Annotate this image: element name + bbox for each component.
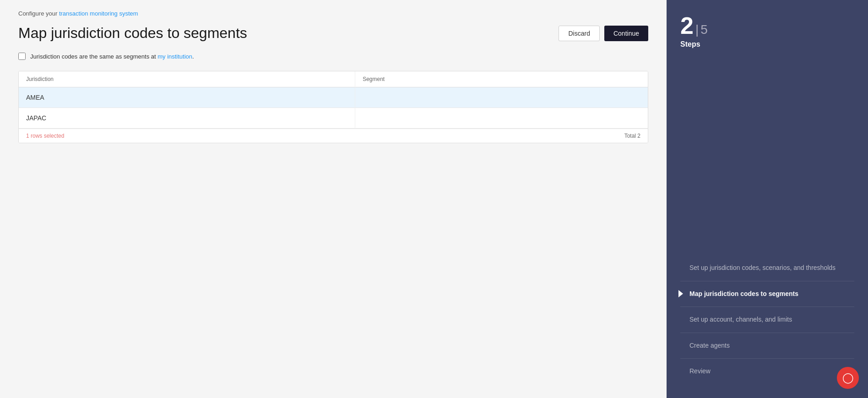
table-row[interactable]: JAPAC [19,108,648,129]
sidebar-step-5[interactable]: Review [680,359,854,384]
jurisdiction-cell: AMEA [19,87,355,108]
segment-cell[interactable] [355,87,648,108]
chat-button[interactable]: ◯ [837,367,859,389]
header-buttons: Discard Continue [559,26,648,41]
same-segments-row: Jurisdiction codes are the same as segme… [18,53,648,60]
table-row[interactable]: AMEA [19,87,648,108]
sidebar-step-label-3: Set up account, channels, and limits [689,316,792,323]
chat-icon: ◯ [842,372,854,384]
main-content: Configure your transaction monitoring sy… [0,0,667,398]
total-count: Total 2 [624,133,640,139]
steps-label: Steps [680,40,854,48]
same-segments-checkbox[interactable] [18,53,26,60]
segment-cell[interactable] [355,108,648,129]
sidebar: 2 | 5 Steps Set up jurisdiction codes, s… [667,0,868,398]
sidebar-steps: Set up jurisdiction codes, scenarios, an… [680,255,854,384]
table-footer: 1 rows selected Total 2 [19,129,648,143]
sidebar-step-3[interactable]: Set up account, channels, and limits [680,307,854,333]
my-institution-link[interactable]: my institution [157,53,192,60]
sidebar-step-label-2: Map jurisdiction codes to segments [689,290,798,297]
jurisdiction-table: Jurisdiction Segment AMEAJAPAC 1 rows se… [18,71,648,143]
discard-button[interactable]: Discard [559,26,599,41]
sidebar-step-1[interactable]: Set up jurisdiction codes, scenarios, an… [680,255,854,281]
breadcrumb-link[interactable]: transaction monitoring system [59,10,138,17]
step-divider: | [695,22,699,37]
same-segments-label: Jurisdiction codes are the same as segme… [30,53,194,60]
continue-button[interactable]: Continue [604,26,648,41]
sidebar-step-4[interactable]: Create agents [680,333,854,359]
sidebar-step-2[interactable]: Map jurisdiction codes to segments [680,281,854,307]
breadcrumb: Configure your transaction monitoring sy… [18,9,648,17]
step-total: 5 [700,22,708,37]
col-jurisdiction: Jurisdiction [19,71,355,87]
sidebar-step-label-1: Set up jurisdiction codes, scenarios, an… [689,264,835,271]
col-segment: Segment [355,71,648,87]
jurisdiction-cell: JAPAC [19,108,355,129]
page-header: Map jurisdiction codes to segments Disca… [18,25,648,42]
sidebar-step-label-5: Review [689,367,711,375]
rows-selected: 1 rows selected [26,133,64,139]
step-current: 2 [680,14,694,38]
breadcrumb-text: Configure your transaction monitoring sy… [18,10,138,17]
page-title: Map jurisdiction codes to segments [18,25,247,42]
sidebar-step-label-4: Create agents [689,342,730,349]
table-header-row: Jurisdiction Segment [19,71,648,87]
step-counter: 2 | 5 [680,14,854,38]
